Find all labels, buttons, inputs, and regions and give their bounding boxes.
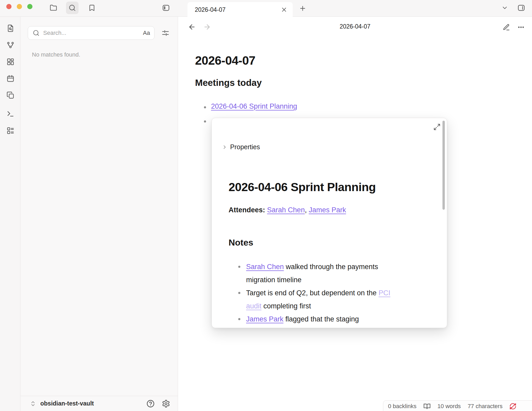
person-link-james-park[interactable]: James Park	[309, 206, 346, 214]
chevron-down-icon	[501, 4, 508, 11]
properties-toggle[interactable]: Properties	[222, 143, 260, 151]
attendees-separator: ,	[305, 206, 309, 214]
backlinks-count[interactable]: 0 backlinks	[388, 403, 417, 410]
vault-switcher-row: obsidian-test-vault	[20, 396, 178, 411]
reading-mode-icon[interactable]	[423, 403, 431, 410]
notes-list: Sarah Chen walked through the paymentsmi…	[229, 260, 430, 326]
match-case-toggle[interactable]: Aa	[143, 30, 150, 36]
status-bar: 0 backlinks 10 words 77 characters	[383, 400, 532, 411]
search-tab-button[interactable]	[66, 2, 79, 14]
attendees-label: Attendees:	[229, 206, 265, 214]
list-item-text: completing first	[262, 302, 311, 310]
popup-scrollbar-thumb[interactable]	[442, 121, 445, 210]
note-title-heading: 2026-04-07	[195, 53, 255, 68]
search-box[interactable]: Aa	[28, 26, 154, 40]
edit-mode-button[interactable]	[503, 24, 510, 31]
window-zoom-button[interactable]	[27, 4, 32, 9]
tab-close-icon[interactable]	[281, 6, 287, 13]
file-search-icon	[7, 24, 14, 32]
copy-icon	[7, 91, 14, 99]
more-options-button[interactable]	[517, 24, 525, 31]
note-link-pci-audit[interactable]: PCI	[379, 289, 390, 297]
list-item-text: Target is end of Q2, but dependent on th…	[246, 289, 379, 297]
note-section-heading: Meetings today	[195, 77, 262, 88]
person-link-james-park[interactable]: James Park	[246, 315, 284, 323]
person-link-sarah-chen[interactable]: Sarah Chen	[246, 263, 284, 271]
search-input-icon	[33, 30, 40, 36]
toggle-left-sidebar-button[interactable]	[160, 2, 172, 14]
list-boxes-icon	[7, 127, 14, 135]
folder-icon	[50, 4, 57, 12]
plus-icon	[299, 5, 306, 12]
list-bullet	[204, 106, 206, 108]
terminal-icon	[7, 110, 14, 118]
list-item-text: walked through the payments	[284, 263, 378, 271]
search-icon	[69, 4, 76, 12]
search-settings-button[interactable]	[161, 28, 170, 38]
calendar-icon	[7, 75, 14, 82]
note-link-sprint-planning[interactable]: 2026-04-06 Sprint Planning	[211, 102, 297, 110]
bookmarks-tab-button[interactable]	[86, 2, 98, 14]
terminal-button[interactable]	[6, 110, 15, 118]
main-pane: 2026-04-07 2026-04-07 Meetings today 202…	[178, 17, 532, 411]
list-item: James Park flagged that the staging	[229, 313, 430, 326]
templates-button[interactable]	[6, 91, 15, 99]
layout-dashboard-icon	[7, 58, 14, 66]
canvas-button[interactable]	[6, 58, 15, 66]
new-tab-button[interactable]	[296, 2, 309, 15]
note-link-pci-audit[interactable]: audit	[246, 302, 262, 310]
bookmark-icon	[88, 4, 96, 12]
list-item: Sarah Chen walked through the paymentsmi…	[229, 260, 430, 286]
view-header: 2026-04-07	[178, 17, 532, 37]
properties-label: Properties	[230, 143, 260, 151]
notes-heading: Notes	[229, 237, 253, 248]
tab-title: 2026-04-07	[195, 6, 281, 13]
sync-error-icon[interactable]	[509, 403, 517, 410]
list-panel-button[interactable]	[6, 126, 15, 135]
list-item: 2026-04-06 Sprint Planning	[211, 102, 297, 110]
list-item-text: migration timeline	[246, 276, 302, 284]
help-button[interactable]	[146, 399, 155, 408]
chevron-right-icon	[222, 144, 228, 150]
sidebar-left-icon	[162, 4, 170, 12]
window-close-button[interactable]	[6, 4, 12, 9]
list-bullet	[204, 120, 206, 123]
toggle-right-sidebar-button[interactable]	[515, 2, 528, 14]
search-pane: Aa No matches found. obsidian-test-vault	[20, 17, 178, 411]
window-minimize-button[interactable]	[17, 4, 22, 9]
expand-diagonal-icon[interactable]	[433, 123, 441, 131]
hover-preview-popup: Properties 2026-04-06 Sprint Planning At…	[212, 118, 447, 328]
graph-icon	[7, 41, 14, 49]
settings-button[interactable]	[162, 399, 170, 408]
left-ribbon	[0, 17, 20, 411]
daily-note-button[interactable]	[6, 74, 15, 83]
popup-note-title: 2026-04-06 Sprint Planning	[229, 180, 376, 194]
tab-2026-04-07[interactable]: 2026-04-07	[187, 2, 293, 17]
graph-view-button[interactable]	[6, 41, 15, 49]
attendees-line: Attendees: Sarah Chen, James Park	[229, 206, 346, 214]
list-item: Target is end of Q2, but dependent on th…	[229, 286, 430, 313]
tab-list-button[interactable]	[498, 2, 511, 14]
chevrons-up-down-icon[interactable]	[30, 401, 36, 407]
sidebar-right-icon	[517, 4, 525, 12]
word-count: 10 words	[437, 403, 461, 410]
quick-switcher-button[interactable]	[6, 24, 15, 32]
person-link-sarah-chen[interactable]: Sarah Chen	[267, 206, 305, 214]
sliders-icon	[162, 29, 169, 37]
search-empty-state: No matches found.	[32, 51, 80, 58]
vault-name[interactable]: obsidian-test-vault	[40, 400, 146, 407]
files-tab-button[interactable]	[47, 2, 60, 14]
view-title: 2026-04-07	[178, 23, 532, 30]
list-item-text: flagged that the staging	[284, 315, 359, 323]
search-input[interactable]	[43, 30, 143, 36]
character-count: 77 characters	[468, 403, 502, 410]
